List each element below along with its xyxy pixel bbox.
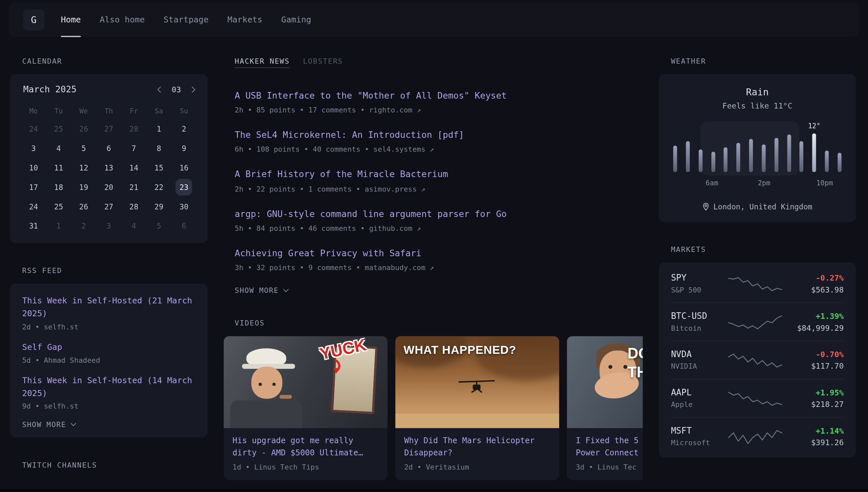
rss-item-link[interactable]: This Week in Self-Hosted (21 March 2025)	[22, 294, 195, 320]
market-ticker[interactable]: NVDA	[671, 349, 720, 360]
calendar-day[interactable]: 15	[146, 157, 172, 177]
nav-tab-gaming[interactable]: Gaming	[281, 3, 311, 37]
market-change: +1.14%	[791, 426, 844, 435]
market-row[interactable]: AAPLApple+1.95%$218.27	[671, 379, 844, 417]
rss-show-more-label: SHOW MORE	[22, 420, 66, 429]
market-ticker[interactable]: SPY	[671, 273, 720, 283]
hn-story-link[interactable]: The SeL4 Microkernel: An Introduction [p…	[235, 129, 642, 142]
app-logo[interactable]: G	[23, 9, 45, 30]
calendar-day[interactable]: 16	[172, 157, 196, 177]
market-row[interactable]: MSFTMicrosoft+1.14%$391.26	[671, 417, 844, 456]
video-thumbnail[interactable]: DO TH	[567, 336, 642, 428]
market-row[interactable]: NVDANVIDIA-0.70%$117.70	[671, 341, 844, 379]
calendar-next-icon[interactable]	[189, 86, 195, 92]
nav-tab-home[interactable]: Home	[61, 3, 81, 37]
calendar-day[interactable]: 25	[46, 119, 71, 139]
market-ticker[interactable]: AAPL	[671, 388, 720, 398]
rss-show-more-button[interactable]: SHOW MORE	[22, 420, 195, 429]
market-price: $391.26	[791, 438, 844, 447]
calendar-day[interactable]: 2	[172, 119, 196, 139]
calendar-day[interactable]: 26	[71, 197, 96, 216]
calendar-day[interactable]: 8	[146, 139, 172, 158]
calendar-day-number: 2	[176, 120, 192, 137]
calendar-day[interactable]: 28	[121, 119, 146, 139]
market-name: Bitcoin	[671, 324, 720, 332]
calendar-month-number[interactable]: 03	[172, 85, 181, 94]
calendar-day[interactable]: 18	[46, 177, 71, 197]
video-card[interactable]: DO TH I Fixed the 5 Power Connect 3d • L…	[567, 336, 642, 481]
market-ticker[interactable]: BTC-USD	[671, 311, 720, 321]
weather-bar	[825, 151, 829, 172]
feed-tab-lobsters[interactable]: LOBSTERS	[303, 57, 343, 68]
calendar-day[interactable]: 23	[172, 177, 196, 197]
calendar-day[interactable]: 27	[96, 119, 121, 139]
market-price: $117.70	[791, 362, 844, 370]
twitch-heading: TWITCH CHANNELS	[22, 461, 208, 469]
video-thumbnail[interactable]: WHAT HAPPENED?	[395, 336, 559, 428]
calendar-day[interactable]: 24	[21, 197, 46, 216]
calendar-day[interactable]: 7	[121, 139, 146, 158]
calendar-day[interactable]: 11	[46, 157, 71, 177]
thumbnail-overlay-text: WHAT HAPPENED?	[403, 344, 516, 357]
calendar-day[interactable]: 13	[96, 157, 121, 177]
calendar-weekday: Fr	[121, 102, 146, 119]
video-title-link[interactable]: Why Did The Mars Helicopter Disappear?	[404, 435, 550, 459]
feed-show-more-button[interactable]: SHOW MORE	[235, 286, 642, 294]
calendar-day[interactable]: 19	[71, 177, 96, 197]
hn-story-link[interactable]: Achieving Great Privacy with Safari	[235, 247, 642, 260]
hn-story-link[interactable]: argp: GNU-style command line argument pa…	[235, 207, 642, 220]
calendar-day[interactable]: 4	[121, 216, 146, 236]
calendar-day[interactable]: 2	[71, 216, 96, 236]
calendar-prev-icon[interactable]	[158, 86, 164, 92]
market-ticker[interactable]: MSFT	[671, 426, 720, 436]
calendar-day[interactable]: 14	[121, 157, 146, 177]
calendar-day[interactable]: 1	[146, 119, 172, 139]
weather-bar	[774, 138, 779, 172]
nav-tab-markets[interactable]: Markets	[227, 3, 262, 37]
calendar-day[interactable]: 6	[172, 216, 196, 236]
calendar-day[interactable]: 21	[121, 177, 146, 197]
calendar-day[interactable]: 17	[21, 177, 46, 197]
calendar-day-number: 26	[76, 120, 92, 137]
calendar-day[interactable]: 30	[172, 197, 196, 216]
market-name: Apple	[671, 400, 720, 409]
calendar-day[interactable]: 4	[46, 139, 71, 158]
calendar-day[interactable]: 20	[96, 177, 121, 197]
middle-column: HACKER NEWSLOBSTERS A USB Interface to t…	[224, 57, 643, 481]
market-row[interactable]: BTC-USDBitcoin+1.39%$84,999.29	[671, 302, 844, 341]
calendar-day[interactable]: 25	[46, 197, 71, 216]
calendar-day[interactable]: 27	[96, 197, 121, 216]
calendar-day[interactable]: 5	[146, 216, 172, 236]
calendar-day[interactable]: 10	[21, 157, 46, 177]
rss-card: This Week in Self-Hosted (21 March 2025)…	[10, 284, 208, 438]
calendar-day[interactable]: 3	[21, 139, 46, 158]
calendar-day[interactable]: 26	[71, 119, 96, 139]
hn-story-link[interactable]: A Brief History of the Miracle Bacterium	[235, 168, 642, 181]
calendar-day[interactable]: 24	[21, 119, 46, 139]
weather-bar	[762, 144, 766, 172]
hn-story-link[interactable]: A USB Interface to the "Mother of All De…	[235, 89, 642, 102]
nav-tab-also-home[interactable]: Also home	[100, 3, 145, 37]
rss-item-link[interactable]: Self Gap	[22, 341, 195, 354]
video-card[interactable]: YUCK His upgrade got me really dirty - A…	[224, 336, 388, 481]
calendar-day[interactable]: 22	[146, 177, 172, 197]
video-card[interactable]: WHAT HAPPENED? Why Did The Mars Helicopt…	[395, 336, 559, 481]
calendar-day[interactable]: 6	[96, 139, 121, 158]
calendar-day[interactable]: 28	[121, 197, 146, 216]
calendar-day[interactable]: 9	[172, 139, 196, 158]
video-thumbnail[interactable]: YUCK	[224, 336, 388, 428]
calendar-day[interactable]: 3	[96, 216, 121, 236]
video-title-link[interactable]: His upgrade got me really dirty - AMD $5…	[233, 435, 379, 459]
calendar-day[interactable]: 31	[21, 216, 46, 236]
calendar-day[interactable]: 1	[46, 216, 71, 236]
feed-tab-hacker-news[interactable]: HACKER NEWS	[235, 57, 290, 68]
video-title-link[interactable]: I Fixed the 5 Power Connect	[576, 435, 642, 459]
nav-tab-startpage[interactable]: Startpage	[163, 3, 209, 37]
calendar-day[interactable]: 5	[71, 139, 96, 158]
rss-item-link[interactable]: This Week in Self-Hosted (14 March 2025)	[22, 374, 195, 400]
weather-bar	[673, 145, 677, 172]
market-row[interactable]: SPYS&P 500-0.27%$563.98	[671, 265, 844, 302]
dust-cloud-art	[476, 336, 559, 380]
calendar-day[interactable]: 12	[71, 157, 96, 177]
calendar-day[interactable]: 29	[146, 197, 172, 216]
